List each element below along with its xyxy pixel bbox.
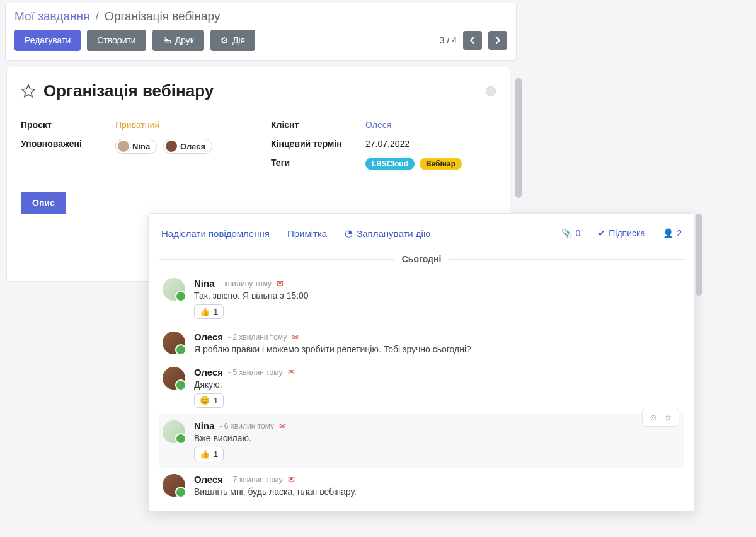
follow-label: Підписка [609, 228, 645, 238]
schedule-activity-label: Запланувати дію [357, 228, 430, 239]
message-time: - хвилину тому [220, 279, 272, 282]
person-icon: 👤 [663, 228, 673, 238]
client-label: Клієнт [271, 120, 365, 130]
attachments-count: 0 [575, 228, 580, 238]
star-outline-icon[interactable] [21, 84, 36, 99]
tag-chip[interactable]: LBSCloud [365, 158, 415, 170]
fields-left: Проєкт Приватний Уповноважені Nina Олеся [21, 120, 246, 179]
message-body: Nina- хвилину тому✉Так, звісно. Я вільна… [194, 278, 680, 282]
pager-counter: 3 / 4 [440, 35, 457, 45]
assignee-chip[interactable]: Nina [115, 139, 157, 154]
tab-description[interactable]: Опис [21, 192, 66, 214]
action-button[interactable]: ⚙ Дія [210, 30, 255, 51]
compose-message-tab[interactable]: Надіслати повідомлення [161, 228, 270, 239]
chevron-right-icon [494, 37, 501, 44]
date-divider-label: Сьогодні [402, 254, 442, 264]
edit-button[interactable]: Редагувати [14, 30, 81, 51]
assignee-chip[interactable]: Олеся [163, 139, 212, 154]
breadcrumb-current: Організація вебінару [105, 9, 220, 23]
messaging-panel: Надіслати повідомлення Примітка ◔ Заплан… [148, 213, 695, 282]
deadline-value: 27.07.2022 [365, 139, 496, 149]
tag-chip[interactable]: Вебінар [420, 158, 462, 170]
print-icon: 🖶 [163, 35, 171, 45]
breadcrumb: Мої завдання / Організація вебінару [14, 9, 507, 23]
client-value[interactable]: Олеся [365, 120, 496, 130]
top-bar: Мої завдання / Організація вебінару Реда… [5, 3, 517, 61]
followers-button[interactable]: 👤 2 [663, 228, 682, 238]
messaging-tabs: Надіслати повідомлення Примітка ◔ Заплан… [159, 226, 684, 249]
avatar-icon [166, 141, 177, 152]
tags-value: LBSCloud Вебінар [365, 158, 496, 170]
attachments-button[interactable]: 📎 0 [561, 228, 580, 238]
stage-indicator[interactable] [486, 86, 496, 96]
clock-icon: ◔ [345, 228, 353, 239]
message-header: Nina- хвилину тому✉ [194, 278, 680, 282]
toolbar: Редагувати Створити 🖶 Друк ⚙ Дія 3 / 4 [14, 30, 507, 51]
print-button[interactable]: 🖶 Друк [152, 30, 204, 51]
envelope-icon[interactable]: ✉ [277, 279, 284, 282]
follow-button[interactable]: ✔ Підписка [598, 228, 645, 238]
project-label: Проєкт [21, 120, 115, 130]
message-avatar[interactable] [163, 278, 185, 282]
pager-prev-button[interactable] [463, 31, 482, 50]
chevron-left-icon [469, 37, 476, 44]
fields: Проєкт Приватний Уповноважені Nina Олеся… [21, 120, 496, 179]
message-author[interactable]: Nina [194, 278, 215, 282]
followers-count: 2 [677, 228, 682, 238]
avatar-icon [118, 141, 129, 152]
breadcrumb-my-tasks[interactable]: Мої завдання [14, 9, 89, 23]
project-value[interactable]: Приватний [115, 120, 246, 130]
log-note-tab[interactable]: Примітка [287, 228, 327, 239]
assignee-name: Nina [132, 142, 150, 151]
pager-next-button[interactable] [488, 31, 507, 50]
task-title: Організація вебінару [43, 81, 214, 101]
action-label: Дія [232, 35, 245, 45]
title-row: Організація вебінару [21, 81, 496, 101]
assignee-name: Олеся [180, 142, 205, 151]
assignees-label: Уповноважені [21, 139, 115, 149]
gear-icon: ⚙ [220, 35, 229, 45]
pager: 3 / 4 [440, 31, 507, 50]
chatter-scrollbar[interactable] [696, 214, 702, 282]
date-divider: Сьогодні [159, 254, 684, 264]
deadline-label: Кінцевий термін [271, 139, 365, 149]
message-list: Nina- хвилину тому✉Так, звісно. Я вільна… [159, 272, 684, 282]
message-item: Nina- хвилину тому✉Так, звісно. Я вільна… [159, 272, 684, 282]
schedule-activity-tab[interactable]: ◔ Запланувати дію [345, 228, 430, 239]
fields-right: Клієнт Олеся Кінцевий термін 27.07.2022 … [271, 120, 496, 179]
breadcrumb-separator: / [96, 9, 99, 23]
tags-label: Теги [271, 158, 365, 168]
create-button[interactable]: Створити [87, 30, 146, 51]
paperclip-icon: 📎 [561, 228, 572, 238]
assignees-value: Nina Олеся [115, 139, 246, 154]
check-icon: ✔ [598, 228, 605, 238]
print-label: Друк [175, 35, 194, 45]
